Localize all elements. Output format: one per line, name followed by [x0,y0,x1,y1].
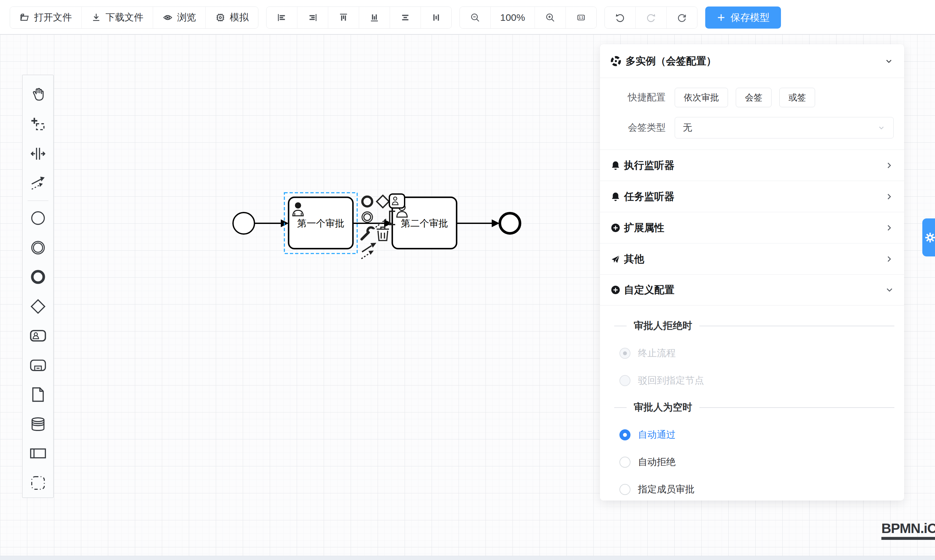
palette-separator [28,200,48,201]
append-end-event-icon[interactable] [362,197,372,206]
radio-assign-member[interactable]: 指定成员审批 [620,483,904,496]
radio-terminate-process[interactable]: 终止流程 [620,347,904,360]
redo-button[interactable] [635,7,666,28]
align-bottom-button[interactable] [359,7,390,28]
open-file-label: 打开文件 [34,11,72,24]
palette-gateway[interactable] [22,292,54,322]
refresh-icon [677,12,687,23]
trash-icon[interactable] [377,227,389,240]
chevron-right-icon [884,254,894,264]
radio-auto-pass[interactable]: 自动通过 [620,428,904,442]
zoom-reset-button[interactable]: 1:1 [566,7,597,28]
data-object-icon [30,386,46,403]
palette [22,75,54,498]
end-event-icon [30,269,46,285]
global-connect-tool[interactable] [22,169,54,198]
palette-participant-pool[interactable] [22,439,54,468]
align-center-vertical-button[interactable] [421,7,451,28]
radio-auto-reject[interactable]: 自动拒绝 [620,456,904,469]
chevron-down-icon [877,123,886,132]
quick-option-countersign[interactable]: 会签 [736,88,772,107]
section-extended-attributes[interactable]: 扩展属性 [600,212,904,243]
history-group [604,6,697,29]
palette-sub-process[interactable] [22,351,54,380]
simulate-button[interactable]: 模拟 [205,7,258,28]
user-task-icon [29,328,46,344]
task-first-approval[interactable]: 第一个审批 [289,197,353,249]
undo-button[interactable] [605,7,635,28]
append-task-icon[interactable] [389,194,404,208]
open-file-button[interactable]: 打开文件 [10,7,81,28]
align-right-icon [308,12,318,23]
download-file-button[interactable]: 下载文件 [81,7,153,28]
align-center-horizontal-button[interactable] [390,7,421,28]
align-left-icon [277,12,287,23]
space-tool[interactable] [22,139,54,169]
palette-group[interactable] [22,468,54,498]
multi-type-value: 无 [683,121,692,134]
zoom-out-button[interactable] [460,7,491,28]
align-top-button[interactable] [328,7,359,28]
section-label: 任务监听器 [624,190,674,203]
radio-label: 驳回到指定节点 [638,374,704,387]
radio-return-to-node[interactable]: 驳回到指定节点 [620,374,904,387]
palette-data-store[interactable] [22,409,54,439]
chevron-down-icon[interactable] [884,56,894,66]
connect-tool-icon[interactable] [361,243,376,259]
section-task-listener[interactable]: 任务监听器 [600,181,904,212]
panel-header[interactable]: 多实例（会签配置） [600,44,904,78]
group-icon [30,475,46,491]
zoom-level[interactable]: 100% [491,7,535,28]
palette-intermediate-event[interactable] [22,233,54,263]
gateway-icon [30,298,46,315]
align-right-button[interactable] [297,7,328,28]
lasso-tool[interactable] [22,110,54,139]
horizontal-scrollbar[interactable] [0,556,935,560]
save-model-label: 保存模型 [730,11,770,25]
align-left-button[interactable] [266,7,297,28]
palette-data-object[interactable] [22,380,54,409]
multi-type-select[interactable]: 无 [675,117,894,138]
undo-icon [615,12,625,23]
multi-type-label: 会签类型 [611,121,666,134]
append-gateway-icon[interactable] [377,195,389,208]
align-group [266,6,452,29]
quick-option-sequential[interactable]: 依次审批 [675,88,728,107]
settings-tab[interactable] [922,218,935,257]
lasso-icon [30,116,46,132]
svg-text:1:1: 1:1 [578,16,583,20]
palette-start-event[interactable] [22,203,54,233]
palette-end-event[interactable] [22,262,54,292]
section-other[interactable]: 其他 [600,243,904,274]
quick-option-orsign[interactable]: 或签 [779,88,815,107]
bell-icon [611,160,621,171]
align-center-vertical-icon [431,12,441,23]
eye-icon [163,12,173,23]
refresh-button[interactable] [666,7,697,28]
gear-icon [924,232,935,243]
save-model-button[interactable]: 保存模型 [705,6,781,29]
simulate-label: 模拟 [230,11,249,24]
task-label: 第一个审批 [297,218,344,228]
preview-button[interactable]: 浏览 [153,7,205,28]
hand-tool[interactable] [22,80,54,110]
palette-user-task[interactable] [22,321,54,351]
radio-label: 终止流程 [638,347,676,360]
radio-icon [620,429,631,440]
connect-icon [30,175,46,191]
append-intermediate-event-icon[interactable] [362,212,372,222]
wrench-icon[interactable] [362,228,374,239]
chevron-right-icon [884,161,894,170]
properties-panel: 多实例（会签配置） 快捷配置 依次审批 会签 或签 会签类型 无 执行监听器 [600,44,904,500]
bpmn-io-logo: BPMN.iO [881,521,935,540]
end-event[interactable] [500,213,520,233]
quick-config-row: 快捷配置 依次审批 会签 或签 [611,88,894,107]
section-label: 其他 [624,252,644,266]
radio-icon [620,484,631,495]
section-execution-listener[interactable]: 执行监听器 [600,149,904,181]
section-custom-config[interactable]: 自定义配置 [600,274,904,306]
toolbar: 打开文件 下载文件 浏览 模拟 [10,6,781,29]
start-event[interactable] [233,212,254,234]
reject-group-divider: 审批人拒绝时 [614,319,894,332]
zoom-in-button[interactable] [535,7,566,28]
